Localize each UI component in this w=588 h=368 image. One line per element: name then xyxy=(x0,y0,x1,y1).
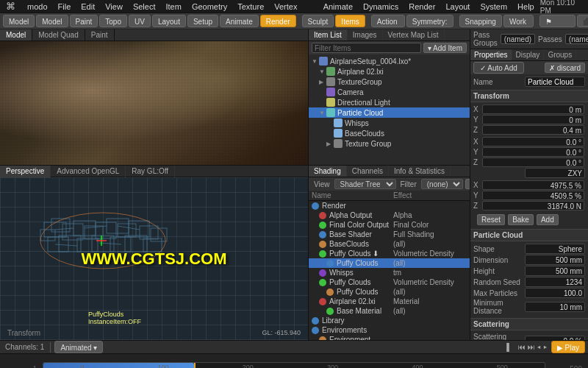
menu-select[interactable]: Select xyxy=(129,0,160,13)
scattering-section-title[interactable]: Scattering xyxy=(470,318,588,330)
list-item[interactable]: ▼ AirplaneSetup_0004.lxo* xyxy=(309,56,470,66)
tab-groups[interactable]: Groups xyxy=(544,49,576,60)
menu-modo[interactable]: modo xyxy=(23,0,52,13)
list-item[interactable]: Whisps xyxy=(309,118,470,128)
items-button[interactable]: Items xyxy=(335,15,365,27)
tab-layout[interactable]: Layout xyxy=(152,15,186,27)
shading-item-puffyclouds1[interactable]: Puffy Clouds ⬇ Volumetric Density xyxy=(309,249,470,258)
shading-item-finalcolor[interactable]: Final Color Output Final Color xyxy=(309,220,470,230)
shading-item-baseshader[interactable]: Base Shader Full Shading xyxy=(309,230,470,239)
filter-select[interactable]: (none) xyxy=(421,179,463,189)
vp3d-tab-perspective[interactable]: Perspective xyxy=(0,166,51,177)
shading-item-baseclouds[interactable]: BaseClouds (all) xyxy=(309,239,470,249)
apple-menu[interactable]: ⌘ xyxy=(3,1,18,12)
random-seed-value[interactable]: 1234 xyxy=(525,277,585,287)
menu-render[interactable]: Render xyxy=(404,0,440,13)
menu-help[interactable]: Help xyxy=(513,0,539,13)
snapping-button[interactable]: Snapping xyxy=(459,15,502,27)
vp3d-tab-raygl[interactable]: Ray GL:Off xyxy=(126,166,175,177)
pos-z-value[interactable]: 0.4 m xyxy=(482,125,584,135)
shading-item-puffyclouds3[interactable]: Puffy Clouds Volumetric Density xyxy=(309,277,470,287)
symmetry-button[interactable]: Symmetry: Off ▾ xyxy=(406,15,453,27)
transform-section-title[interactable]: Transform xyxy=(470,90,588,102)
viewport-3d[interactable]: Perspective Advanced OpenGL Ray GL:Off W… xyxy=(0,166,308,340)
render-button[interactable]: ⚑ Render xyxy=(539,15,576,27)
shape-value[interactable]: Sphere xyxy=(525,244,585,254)
tab-item-list[interactable]: Item List xyxy=(309,29,348,40)
max-particles-value[interactable]: 100.0 xyxy=(525,288,585,298)
menu-animate[interactable]: Animate xyxy=(319,0,357,13)
list-item[interactable]: ▼ Airplane 02.lxi xyxy=(309,66,470,77)
shading-item-airplane02[interactable]: Airplane 02.lxi Material xyxy=(309,297,470,306)
scale-y-value[interactable]: 4509.5 % xyxy=(482,191,584,200)
tab-paint[interactable]: Paint xyxy=(70,15,98,27)
list-item[interactable]: Camera xyxy=(309,87,470,97)
name-value[interactable]: Particle Cloud xyxy=(525,77,585,87)
pass-groups-named[interactable]: (named) xyxy=(501,34,535,44)
shading-item-environment[interactable]: Environment xyxy=(309,335,470,340)
list-item[interactable]: BaseClouds xyxy=(309,128,470,138)
sculpt-button[interactable]: Sculpt xyxy=(302,15,334,27)
tab-properties[interactable]: Properties xyxy=(470,49,512,60)
tab-uv[interactable]: UV xyxy=(129,15,151,27)
shading-item-puffyclouds4[interactable]: Puffy Clouds (all) xyxy=(309,287,470,297)
animated-button[interactable]: Animated ▾ xyxy=(54,341,103,353)
menu-vertex-map[interactable]: Vertex Map xyxy=(270,0,317,13)
scale-x-value[interactable]: 4975.5 % xyxy=(482,180,584,190)
shading-item-whisps[interactable]: Whisps tm xyxy=(309,268,470,277)
tab-model-quad[interactable]: Model Quad xyxy=(36,15,68,27)
bake-button[interactable]: Bake xyxy=(508,214,534,225)
list-item[interactable]: ▼ Particle Cloud xyxy=(309,107,470,118)
pos-x-value[interactable]: 0 m xyxy=(482,105,584,114)
tab-render[interactable]: Render xyxy=(260,15,296,27)
menu-file[interactable]: File xyxy=(54,0,76,13)
scale-z-value[interactable]: 31874.0 N xyxy=(482,201,584,210)
render-vp-tab-modelquad[interactable]: Model Quad xyxy=(32,29,85,40)
shading-item-alpha[interactable]: Alpha Output Alpha xyxy=(309,210,470,220)
menu-texture[interactable]: Texture xyxy=(233,0,268,13)
list-item[interactable]: ▶ Texture Group xyxy=(309,138,470,149)
tab-model[interactable]: Model xyxy=(3,15,35,27)
auto-add-button[interactable]: ✓ Auto Add xyxy=(473,62,524,74)
shading-item-basematerial[interactable]: Base Material (all) xyxy=(309,306,470,316)
shader-tree-select[interactable]: Shader Tree xyxy=(334,179,396,189)
vp3d-tab-advanced[interactable]: Advanced OpenGL xyxy=(51,166,126,177)
tab-display[interactable]: Display xyxy=(512,49,545,60)
shading-item-library[interactable]: Library xyxy=(309,316,470,325)
passes-named[interactable]: (named) xyxy=(565,34,588,44)
filter-items-input[interactable] xyxy=(312,43,421,53)
tab-vertex-map-list[interactable]: Vertex Map List xyxy=(383,29,445,40)
height-value[interactable]: 500 mm xyxy=(525,266,585,276)
play-button[interactable]: ▶ Play xyxy=(551,341,585,353)
scattering-dir-value[interactable]: 0.0 % xyxy=(525,336,585,340)
pos-y-value[interactable]: 0 m xyxy=(482,115,584,124)
particle-cloud-section-title[interactable]: Particle Cloud xyxy=(470,229,588,241)
render-vp-tab-paint[interactable]: Paint xyxy=(85,29,115,40)
tab-channels[interactable]: Channels xyxy=(347,166,389,177)
shading-item-renderer[interactable]: Render xyxy=(309,201,470,210)
shading-item-environments[interactable]: Environments xyxy=(309,325,470,335)
tab-topo[interactable]: Topo xyxy=(99,15,127,27)
menu-view[interactable]: View xyxy=(101,0,127,13)
rotation-order[interactable]: ZXY xyxy=(525,168,585,178)
list-item[interactable]: ▶ TextureGroup xyxy=(309,77,470,87)
menu-item[interactable]: Item xyxy=(161,0,185,13)
menu-dynamics[interactable]: Dynamics xyxy=(359,0,403,13)
tab-shading[interactable]: Shading xyxy=(309,166,347,177)
discard-button[interactable]: ✗ discard xyxy=(545,63,585,73)
min-distance-value[interactable]: 10 mm xyxy=(525,302,585,312)
dimension-value[interactable]: 500 mm xyxy=(525,255,585,265)
tab-animate[interactable]: Animate xyxy=(220,15,259,27)
render-window-button[interactable]: ⬛ Render Window xyxy=(577,15,588,27)
render-vp-tab-model[interactable]: Model xyxy=(0,29,32,40)
tab-info-statistics[interactable]: Info & Statistics xyxy=(389,166,451,177)
add-item-button[interactable]: ▾ Add Item xyxy=(423,43,467,53)
menu-geometry[interactable]: Geometry xyxy=(187,0,232,13)
reset-button[interactable]: Reset xyxy=(477,214,505,225)
tab-images[interactable]: Images xyxy=(348,29,383,40)
assign-material-button[interactable]: Assign Material xyxy=(465,179,470,189)
action-center-button[interactable]: Action Center ▾ xyxy=(371,15,405,27)
menu-system[interactable]: System xyxy=(476,0,512,13)
rot-z-value[interactable]: 0.0 ° xyxy=(482,158,584,167)
list-item[interactable]: Directional Light xyxy=(309,97,470,107)
